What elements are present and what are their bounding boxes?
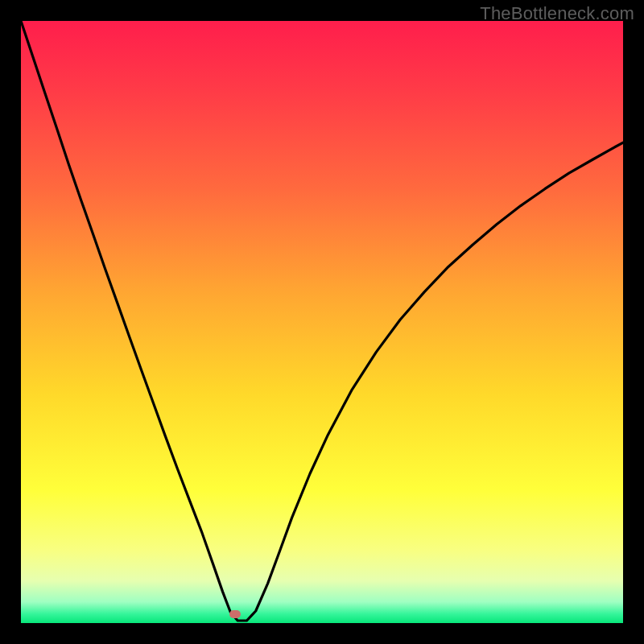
watermark-text: TheBottleneck.com (480, 3, 634, 24)
chart-frame (21, 21, 623, 623)
gradient-background (21, 21, 623, 623)
svg-rect-0 (21, 21, 623, 623)
optimum-marker (229, 610, 241, 618)
